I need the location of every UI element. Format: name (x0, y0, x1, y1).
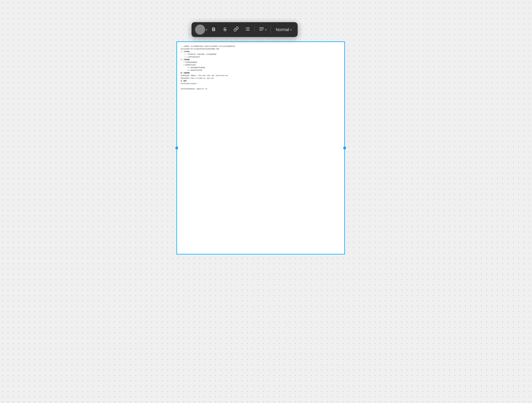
list-icon (245, 26, 250, 33)
doc-line-9: （1）加快推进数字政府建设 (181, 66, 341, 69)
list-button[interactable] (243, 25, 252, 34)
doc-line-11: 四、实施保障 (181, 72, 341, 74)
doc-line-16 (181, 85, 341, 87)
doc-line-4: （一）到2025年底，完善全国统一大市场基础制度 (181, 53, 341, 55)
doc-line-5: （二）完善市场监管体系 (181, 56, 341, 58)
color-picker-group: ▾ (195, 25, 207, 35)
bold-button[interactable]: B (209, 25, 218, 34)
doc-line-3: 二、工作目标 (181, 50, 341, 53)
bold-icon: B (212, 27, 215, 32)
doc-line-17: admin管理员审批意见：书面公示平 —ok (181, 88, 341, 90)
strikethrough-button[interactable]: S (220, 25, 230, 34)
doc-line-1: 一、总体要求：深入贯彻落实党的十九届五中全会精神和《中华人民共和国国民经济 (181, 45, 341, 47)
doc-line-10: （2）推动数字经济发展 (181, 69, 341, 71)
align-dropdown-button[interactable]: ▾ (257, 25, 268, 34)
link-icon (233, 26, 239, 33)
formatting-toolbar: ▾ B S (192, 22, 298, 37)
style-chevron: ▾ (290, 28, 292, 31)
resize-handle-right[interactable] (343, 147, 346, 149)
toolbar-separator-2 (271, 26, 271, 33)
doc-line-8: 2. 推进数字化转型 (181, 64, 341, 66)
doc-line-13: 强化协调联动：Step 1—分工落实 Yes，地点—boo (181, 77, 341, 79)
strikethrough-icon: S (223, 27, 227, 32)
align-icon (259, 26, 264, 33)
style-dropdown-button[interactable]: Normal ▾ (273, 26, 294, 33)
doc-line-7: 1. 加强基础设施建设 (181, 61, 341, 63)
doc-line-14: 五、附则 (181, 80, 341, 82)
doc-line-12: 加强组织领导，明确分工，Time_Time：时间、地点、内容 Yes No—bo… (181, 74, 341, 77)
toolbar-separator-1 (254, 26, 255, 33)
resize-handle-left[interactable] (176, 147, 178, 149)
link-button[interactable] (231, 25, 241, 34)
canvas-area: 一、总体要求：深入贯彻落实党的十九届五中全会精神和《中华人民共和国国民经济 和社… (176, 41, 345, 254)
doc-line-6: 三、主要措施 (181, 58, 341, 61)
color-picker-button[interactable] (195, 25, 205, 35)
document-page[interactable]: 一、总体要求：深入贯彻落实党的十九届五中全会精神和《中华人民共和国国民经济 和社… (176, 41, 345, 254)
style-label: Normal (276, 27, 289, 32)
doc-line-2: 和社会发展第十四个五年规划和2035年远景目标纲要》要求 (181, 48, 341, 50)
doc-line-15: 本文件自发布之日起执行 (181, 82, 341, 85)
document-content: 一、总体要求：深入贯彻落实党的十九届五中全会精神和《中华人民共和国国民经济 和社… (177, 42, 344, 93)
color-picker-chevron[interactable]: ▾ (206, 28, 207, 31)
align-chevron: ▾ (265, 28, 267, 31)
